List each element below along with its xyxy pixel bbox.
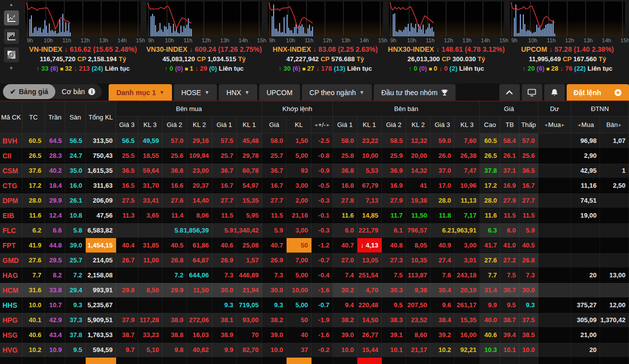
- check-icon: ✔: [10, 88, 16, 96]
- table-row-gmd[interactable]: GMD27.629.525.7214,0526.711,0026.864,872…: [0, 253, 629, 268]
- table-row-hag[interactable]: HAG7.78.27.22,158,087.2644,067.3446,897.…: [0, 268, 629, 283]
- tab-cp-theo-ngành[interactable]: CP theo ngành▼: [302, 84, 372, 101]
- table-row-hpg[interactable]: HPG40.142.937.35,909,5137.9117,2838.0272…: [0, 313, 629, 328]
- cell-b_g2: 9.8: [162, 343, 187, 358]
- cell-f_ban: 1,07: [600, 133, 629, 148]
- monitor-button[interactable]: [522, 84, 542, 101]
- tab-danh-mục-1[interactable]: Danh mục 1▼: [109, 84, 171, 101]
- table-row-flc[interactable]: FLC6.26.65.86,583,825.81,856,395.91,340,…: [0, 223, 629, 238]
- col-header-f_ban[interactable]: Bán ▸: [600, 117, 629, 133]
- table-row-cii[interactable]: CII26.528.324.7750,4325.518,5525.6109,94…: [0, 148, 629, 163]
- scroll-right-icon[interactable]: ▸: [327, 122, 329, 127]
- scroll-right-icon[interactable]: ▸: [562, 122, 564, 127]
- tab-đầu-tư-theo-nhóm[interactable]: Đầu tư theo nhóm: [374, 84, 456, 101]
- cell-s_kl3: 20,10: [455, 283, 480, 298]
- cell-f_ban: [600, 283, 629, 298]
- down-arrow-icon: ↓: [316, 65, 321, 72]
- col-header-b_g3: Giá 3: [116, 117, 138, 133]
- tab-hose[interactable]: HOSE▼: [174, 84, 217, 101]
- table-row-fpt[interactable]: FPT41.944.839.01,454,1540.431,8540.561,8…: [0, 238, 629, 253]
- col-header-b_g2: Giá 2: [162, 117, 187, 133]
- market-map-view-button[interactable]: [4, 47, 19, 62]
- time-axis-label: 11h: [183, 37, 192, 43]
- table-row-csm[interactable]: CSM37.640.235.01,615,3536.559,6436.623,0…: [0, 163, 629, 178]
- cell-b_g2: 27.6: [162, 193, 187, 208]
- cell-b_g1: [212, 358, 237, 364]
- scroll-left-icon[interactable]: ◂: [314, 122, 317, 127]
- cell-ticker: CSM: [0, 163, 22, 178]
- index-chart: [510, 1, 625, 36]
- table-row-hsg[interactable]: HSG40.643.437.81,763,5338.733,2338.816,0…: [0, 328, 629, 343]
- time-axis-label: 14h: [481, 37, 490, 43]
- time-axis-label: 13h: [220, 37, 229, 43]
- cell-m_chg: -0.7: [312, 253, 333, 268]
- time-axis-label: 11h: [305, 37, 314, 43]
- ceiling-count: (0): [175, 65, 183, 72]
- chevron-down-icon[interactable]: ▼: [9, 66, 13, 71]
- line-chart-view-button[interactable]: [4, 10, 19, 25]
- col-header-s_g2: Giá 2: [382, 117, 406, 133]
- chevron-up-icon[interactable]: ▲: [9, 2, 13, 7]
- cell-s_kl1: 14,50: [357, 313, 382, 328]
- scroll-left-icon[interactable]: ◂: [545, 122, 547, 127]
- cell-san: 37.3: [65, 313, 86, 328]
- col-header-m_chg[interactable]: ◂ +/- ▸: [312, 117, 333, 133]
- tab-label: CP theo ngành: [310, 89, 356, 97]
- cell-b_kl2: 16,03: [187, 328, 212, 343]
- table-row-eib[interactable]: EIB11.612.410.847,5611.33,6511.48,0611.5…: [0, 208, 629, 223]
- time-axis-label: 12h: [323, 37, 332, 43]
- cell-thap: 40.5: [519, 238, 538, 253]
- cell-b_kl2: [187, 358, 212, 364]
- tab-bang-gia[interactable]: ✔ Bảng giá: [3, 84, 55, 99]
- unchanged-count: 32: [65, 65, 72, 72]
- tab-co-ban[interactable]: Cơ bản i: [55, 88, 102, 96]
- time-axis-label: 14h: [239, 37, 248, 43]
- cell-b_kl1: 1,57: [237, 253, 262, 268]
- time-axis-label: 15h: [136, 37, 145, 43]
- tab-hnx[interactable]: HNX▼: [219, 84, 257, 101]
- table-row-ctg[interactable]: CTG17.218.416.0311,6316.531,7016.620,371…: [0, 178, 629, 193]
- cell-tb: 6.0: [500, 223, 519, 238]
- table-row-hhs[interactable]: HHS10.010.79.35,235,679.3719,059.35,00-0…: [0, 298, 629, 313]
- cell-f_mua: [571, 283, 600, 298]
- cell-s_kl1: 23,22: [357, 133, 382, 148]
- scroll-right-icon[interactable]: ▸: [619, 122, 622, 127]
- cell-b_g3: 40.4: [116, 238, 138, 253]
- cell-s_g2: 11.7: [382, 208, 406, 223]
- index-cap: 167.560: [573, 55, 597, 63]
- table-row-hcm[interactable]: HCM31.633.829.4993,9129.88,5029.911,5030…: [0, 283, 629, 298]
- cell-b_g3: 16.5: [116, 178, 138, 193]
- down-arrow-icon: ↓: [195, 65, 200, 72]
- collapse-charts-button[interactable]: [499, 84, 520, 101]
- col-header-du_mua[interactable]: ◂ Mua ▸: [538, 117, 571, 133]
- cell-s_g1: 38.2: [333, 313, 357, 328]
- cell-f_ban: [600, 253, 629, 268]
- table-row-dpm[interactable]: DPM28.029.926.1206,0927.533,4127.614,402…: [0, 193, 629, 208]
- tab-upcom[interactable]: UPCOM: [259, 84, 300, 101]
- cell-ticker: HVG: [0, 343, 22, 358]
- cell-tong: 5,909,51: [86, 313, 116, 328]
- dat-lenh-button[interactable]: Đặt lệnh: [567, 84, 629, 101]
- cell-b_kl3: 49,59: [138, 133, 162, 148]
- cell-tran: 44.8: [45, 238, 65, 253]
- table-row-bvh[interactable]: BVH60.564.556.5313,5056.549,5957.029,165…: [0, 133, 629, 148]
- bar-chart-view-button[interactable]: [4, 29, 19, 44]
- table-row-partial[interactable]: [0, 358, 629, 364]
- time-axis: 9h10h11h12h13h14h15h: [389, 36, 504, 44]
- cell-cao: 40.6: [480, 328, 500, 343]
- table-row-hvg[interactable]: HVG10.210.99.5594,599.75,109.840,629.982…: [0, 343, 629, 358]
- cell-m_kl: 5,00: [287, 148, 312, 163]
- col-group-dư: Dư◂ Mua ▸: [538, 102, 571, 133]
- col-header-san: Sàn: [65, 102, 86, 133]
- notifications-button[interactable]: [544, 84, 565, 101]
- col-header-f_mua[interactable]: ◂ Mua: [571, 117, 600, 133]
- cell-b_kl3: 8,50: [138, 283, 162, 298]
- cell-m_gia: 38.2: [262, 313, 287, 328]
- volume-unit: CP: [320, 55, 331, 63]
- index-panel-vn-index: 9h10h11h12h13h14h15h VN-INDEX ↓ 616.62 (…: [22, 0, 144, 84]
- col-header-b_kl3: KL 3: [138, 117, 162, 133]
- cell-m_kl: 5,00: [287, 298, 312, 313]
- scroll-left-icon[interactable]: ◂: [578, 122, 580, 127]
- cell-b_g3: [116, 298, 138, 313]
- cell-ticker: HHS: [0, 298, 22, 313]
